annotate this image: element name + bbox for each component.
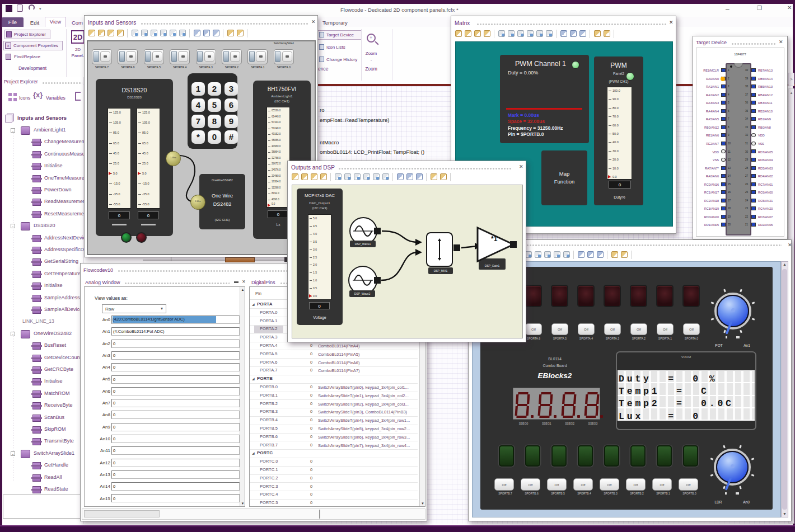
svg-text:*1: *1 <box>491 235 498 243</box>
